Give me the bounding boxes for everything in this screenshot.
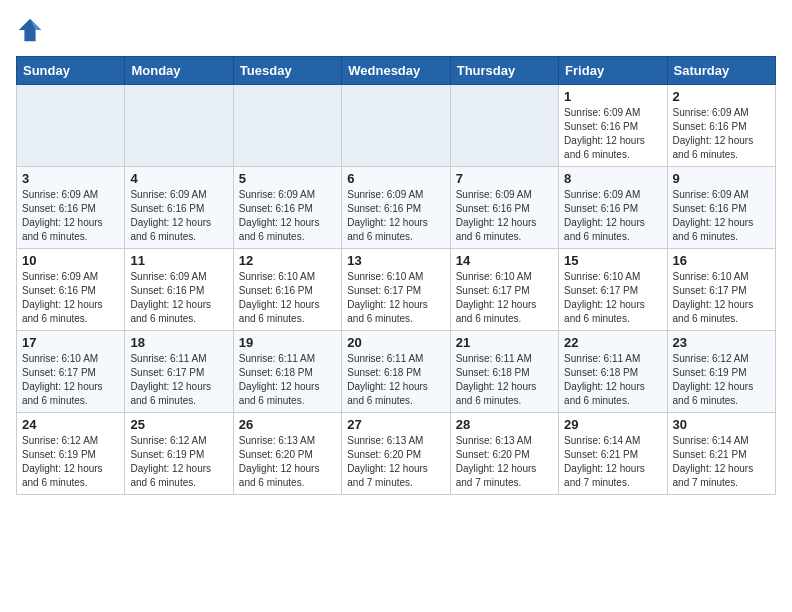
calendar-cell (233, 85, 341, 167)
day-number: 27 (347, 417, 444, 432)
day-info: Sunrise: 6:10 AM Sunset: 6:17 PM Dayligh… (456, 270, 553, 326)
calendar-header-row: SundayMondayTuesdayWednesdayThursdayFrid… (17, 57, 776, 85)
weekday-header-tuesday: Tuesday (233, 57, 341, 85)
day-number: 14 (456, 253, 553, 268)
day-info: Sunrise: 6:09 AM Sunset: 6:16 PM Dayligh… (130, 188, 227, 244)
logo-icon (16, 16, 44, 44)
day-number: 1 (564, 89, 661, 104)
day-number: 26 (239, 417, 336, 432)
day-number: 19 (239, 335, 336, 350)
calendar-cell: 22Sunrise: 6:11 AM Sunset: 6:18 PM Dayli… (559, 331, 667, 413)
calendar-cell: 28Sunrise: 6:13 AM Sunset: 6:20 PM Dayli… (450, 413, 558, 495)
day-number: 9 (673, 171, 770, 186)
day-info: Sunrise: 6:11 AM Sunset: 6:17 PM Dayligh… (130, 352, 227, 408)
day-info: Sunrise: 6:09 AM Sunset: 6:16 PM Dayligh… (22, 188, 119, 244)
calendar-cell: 21Sunrise: 6:11 AM Sunset: 6:18 PM Dayli… (450, 331, 558, 413)
day-info: Sunrise: 6:11 AM Sunset: 6:18 PM Dayligh… (239, 352, 336, 408)
calendar-cell: 2Sunrise: 6:09 AM Sunset: 6:16 PM Daylig… (667, 85, 775, 167)
calendar-cell: 24Sunrise: 6:12 AM Sunset: 6:19 PM Dayli… (17, 413, 125, 495)
day-number: 7 (456, 171, 553, 186)
day-number: 18 (130, 335, 227, 350)
calendar-week-row: 17Sunrise: 6:10 AM Sunset: 6:17 PM Dayli… (17, 331, 776, 413)
day-info: Sunrise: 6:11 AM Sunset: 6:18 PM Dayligh… (347, 352, 444, 408)
day-number: 6 (347, 171, 444, 186)
day-number: 8 (564, 171, 661, 186)
calendar-cell: 16Sunrise: 6:10 AM Sunset: 6:17 PM Dayli… (667, 249, 775, 331)
day-number: 12 (239, 253, 336, 268)
day-number: 20 (347, 335, 444, 350)
weekday-header-saturday: Saturday (667, 57, 775, 85)
calendar-table: SundayMondayTuesdayWednesdayThursdayFrid… (16, 56, 776, 495)
calendar-cell (17, 85, 125, 167)
weekday-header-friday: Friday (559, 57, 667, 85)
calendar-cell: 13Sunrise: 6:10 AM Sunset: 6:17 PM Dayli… (342, 249, 450, 331)
calendar-week-row: 3Sunrise: 6:09 AM Sunset: 6:16 PM Daylig… (17, 167, 776, 249)
day-number: 28 (456, 417, 553, 432)
day-info: Sunrise: 6:09 AM Sunset: 6:16 PM Dayligh… (673, 106, 770, 162)
calendar-cell: 19Sunrise: 6:11 AM Sunset: 6:18 PM Dayli… (233, 331, 341, 413)
calendar-cell: 12Sunrise: 6:10 AM Sunset: 6:16 PM Dayli… (233, 249, 341, 331)
calendar-week-row: 24Sunrise: 6:12 AM Sunset: 6:19 PM Dayli… (17, 413, 776, 495)
calendar-cell: 25Sunrise: 6:12 AM Sunset: 6:19 PM Dayli… (125, 413, 233, 495)
calendar-cell: 17Sunrise: 6:10 AM Sunset: 6:17 PM Dayli… (17, 331, 125, 413)
calendar-cell: 23Sunrise: 6:12 AM Sunset: 6:19 PM Dayli… (667, 331, 775, 413)
day-info: Sunrise: 6:13 AM Sunset: 6:20 PM Dayligh… (456, 434, 553, 490)
calendar-cell: 6Sunrise: 6:09 AM Sunset: 6:16 PM Daylig… (342, 167, 450, 249)
day-number: 22 (564, 335, 661, 350)
day-info: Sunrise: 6:10 AM Sunset: 6:16 PM Dayligh… (239, 270, 336, 326)
calendar-cell: 1Sunrise: 6:09 AM Sunset: 6:16 PM Daylig… (559, 85, 667, 167)
logo (16, 16, 48, 44)
calendar-cell: 9Sunrise: 6:09 AM Sunset: 6:16 PM Daylig… (667, 167, 775, 249)
calendar-week-row: 10Sunrise: 6:09 AM Sunset: 6:16 PM Dayli… (17, 249, 776, 331)
day-number: 3 (22, 171, 119, 186)
calendar-cell: 15Sunrise: 6:10 AM Sunset: 6:17 PM Dayli… (559, 249, 667, 331)
day-info: Sunrise: 6:09 AM Sunset: 6:16 PM Dayligh… (564, 106, 661, 162)
calendar-cell (450, 85, 558, 167)
day-number: 15 (564, 253, 661, 268)
day-info: Sunrise: 6:09 AM Sunset: 6:16 PM Dayligh… (564, 188, 661, 244)
day-number: 13 (347, 253, 444, 268)
weekday-header-monday: Monday (125, 57, 233, 85)
page-header (16, 16, 776, 44)
calendar-cell: 14Sunrise: 6:10 AM Sunset: 6:17 PM Dayli… (450, 249, 558, 331)
calendar-cell: 27Sunrise: 6:13 AM Sunset: 6:20 PM Dayli… (342, 413, 450, 495)
day-number: 17 (22, 335, 119, 350)
day-number: 24 (22, 417, 119, 432)
calendar-cell: 18Sunrise: 6:11 AM Sunset: 6:17 PM Dayli… (125, 331, 233, 413)
day-info: Sunrise: 6:10 AM Sunset: 6:17 PM Dayligh… (564, 270, 661, 326)
calendar-cell: 10Sunrise: 6:09 AM Sunset: 6:16 PM Dayli… (17, 249, 125, 331)
weekday-header-wednesday: Wednesday (342, 57, 450, 85)
day-info: Sunrise: 6:09 AM Sunset: 6:16 PM Dayligh… (347, 188, 444, 244)
day-info: Sunrise: 6:10 AM Sunset: 6:17 PM Dayligh… (347, 270, 444, 326)
day-info: Sunrise: 6:12 AM Sunset: 6:19 PM Dayligh… (673, 352, 770, 408)
day-number: 30 (673, 417, 770, 432)
day-info: Sunrise: 6:09 AM Sunset: 6:16 PM Dayligh… (239, 188, 336, 244)
day-number: 10 (22, 253, 119, 268)
day-number: 21 (456, 335, 553, 350)
day-info: Sunrise: 6:14 AM Sunset: 6:21 PM Dayligh… (564, 434, 661, 490)
calendar-cell: 20Sunrise: 6:11 AM Sunset: 6:18 PM Dayli… (342, 331, 450, 413)
day-number: 23 (673, 335, 770, 350)
day-info: Sunrise: 6:12 AM Sunset: 6:19 PM Dayligh… (130, 434, 227, 490)
day-info: Sunrise: 6:11 AM Sunset: 6:18 PM Dayligh… (564, 352, 661, 408)
day-info: Sunrise: 6:11 AM Sunset: 6:18 PM Dayligh… (456, 352, 553, 408)
day-number: 11 (130, 253, 227, 268)
calendar-cell: 29Sunrise: 6:14 AM Sunset: 6:21 PM Dayli… (559, 413, 667, 495)
day-info: Sunrise: 6:09 AM Sunset: 6:16 PM Dayligh… (130, 270, 227, 326)
calendar-cell: 4Sunrise: 6:09 AM Sunset: 6:16 PM Daylig… (125, 167, 233, 249)
day-number: 4 (130, 171, 227, 186)
calendar-cell: 26Sunrise: 6:13 AM Sunset: 6:20 PM Dayli… (233, 413, 341, 495)
calendar-cell: 3Sunrise: 6:09 AM Sunset: 6:16 PM Daylig… (17, 167, 125, 249)
day-number: 2 (673, 89, 770, 104)
day-number: 5 (239, 171, 336, 186)
day-number: 25 (130, 417, 227, 432)
calendar-cell: 5Sunrise: 6:09 AM Sunset: 6:16 PM Daylig… (233, 167, 341, 249)
calendar-cell: 11Sunrise: 6:09 AM Sunset: 6:16 PM Dayli… (125, 249, 233, 331)
calendar-cell (342, 85, 450, 167)
day-info: Sunrise: 6:10 AM Sunset: 6:17 PM Dayligh… (22, 352, 119, 408)
calendar-cell (125, 85, 233, 167)
weekday-header-thursday: Thursday (450, 57, 558, 85)
day-info: Sunrise: 6:09 AM Sunset: 6:16 PM Dayligh… (673, 188, 770, 244)
day-info: Sunrise: 6:13 AM Sunset: 6:20 PM Dayligh… (239, 434, 336, 490)
weekday-header-sunday: Sunday (17, 57, 125, 85)
